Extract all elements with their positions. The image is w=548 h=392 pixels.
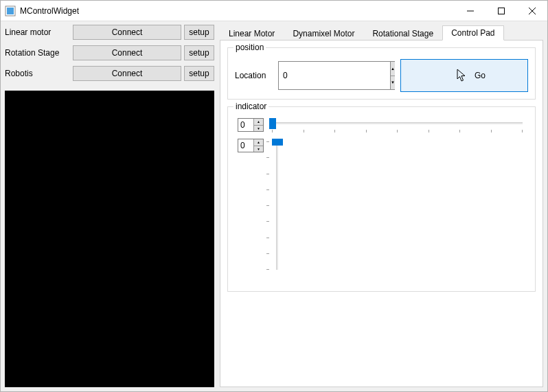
svg-rect-1 xyxy=(7,8,14,14)
indicator-h-step-down[interactable]: ▼ xyxy=(254,126,263,132)
tab-dynamixel-motor[interactable]: Dynamixel Motor xyxy=(284,26,363,41)
svg-rect-3 xyxy=(498,8,504,14)
v-slider-track xyxy=(276,141,278,270)
preview-area xyxy=(5,91,214,387)
location-input[interactable] xyxy=(279,62,390,89)
tab-control-pad[interactable]: Control Pad xyxy=(442,25,503,41)
v-slider-ticks xyxy=(266,141,270,270)
app-icon xyxy=(5,5,16,16)
client-area: Linear motor Connect setup Rotation Stag… xyxy=(1,21,547,391)
row-robotis: Robotis Connect setup xyxy=(5,66,214,81)
indicator-h-step-up[interactable]: ▲ xyxy=(254,119,263,126)
cursor-icon xyxy=(457,69,468,82)
indicator-v-step-down[interactable]: ▼ xyxy=(254,146,263,152)
connect-button-rotation[interactable]: Connect xyxy=(73,45,181,60)
location-spin-buttons: ▲ ▼ xyxy=(390,62,395,89)
connect-button-linear[interactable]: Connect xyxy=(73,25,181,40)
indicator-h-spin-buttons: ▲ ▼ xyxy=(253,119,263,131)
v-slider-thumb[interactable] xyxy=(272,139,283,146)
tab-content: position Location ▲ ▼ Go xyxy=(220,40,543,387)
h-slider-ticks xyxy=(272,130,523,133)
maximize-button[interactable] xyxy=(486,1,516,21)
position-group: position Location ▲ ▼ Go xyxy=(227,47,536,100)
window-controls xyxy=(455,1,547,21)
indicator-v-spin-buttons: ▲ ▼ xyxy=(253,139,263,152)
tab-bar: Linear Motor Dynamixel Motor Rotational … xyxy=(220,25,543,40)
indicator-group: indicator ▲ ▼ xyxy=(227,106,536,292)
row-rotation-stage: Rotation Stage Connect setup xyxy=(5,45,214,60)
row-linear-motor: Linear motor Connect setup xyxy=(5,25,214,40)
setup-button-linear[interactable]: setup xyxy=(184,25,214,40)
location-step-up[interactable]: ▲ xyxy=(391,62,395,76)
indicator-h-spinbox[interactable]: ▲ ▼ xyxy=(238,118,264,132)
position-row: Location ▲ ▼ Go xyxy=(235,59,528,92)
h-slider-track xyxy=(272,122,523,124)
indicator-content: ▲ ▼ ▲ xyxy=(235,118,528,276)
right-panel: Linear Motor Dynamixel Motor Rotational … xyxy=(220,25,543,387)
go-label: Go xyxy=(475,71,486,80)
go-button[interactable]: Go xyxy=(400,59,528,92)
window-titlebar: MControlWidget xyxy=(1,1,547,21)
label-linear-motor: Linear motor xyxy=(5,27,70,37)
indicator-h-slider[interactable] xyxy=(269,118,525,135)
position-legend: position xyxy=(233,43,266,52)
location-label: Location xyxy=(235,71,273,80)
window-title: MControlWidget xyxy=(20,6,455,16)
label-rotation-stage: Rotation Stage xyxy=(5,48,70,58)
location-spinbox[interactable]: ▲ ▼ xyxy=(278,61,395,90)
indicator-v-step-up[interactable]: ▲ xyxy=(254,139,263,146)
location-step-down[interactable]: ▼ xyxy=(391,76,395,90)
h-slider-thumb[interactable] xyxy=(269,118,276,129)
setup-button-robotis[interactable]: setup xyxy=(184,66,214,81)
connect-button-robotis[interactable]: Connect xyxy=(73,66,181,81)
tab-linear-motor[interactable]: Linear Motor xyxy=(220,26,284,41)
indicator-legend: indicator xyxy=(233,102,269,111)
tab-rotational-stage[interactable]: Rotational Stage xyxy=(363,26,442,41)
left-panel: Linear motor Connect setup Rotation Stag… xyxy=(5,25,214,387)
indicator-v-spinbox[interactable]: ▲ ▼ xyxy=(238,139,264,152)
indicator-h-input[interactable] xyxy=(238,119,253,131)
indicator-v-input[interactable] xyxy=(238,139,253,152)
indicator-v-slider[interactable] xyxy=(272,139,288,273)
label-robotis: Robotis xyxy=(5,69,70,78)
setup-button-rotation[interactable]: setup xyxy=(184,45,214,60)
minimize-button[interactable] xyxy=(455,1,486,21)
close-button[interactable] xyxy=(516,1,547,21)
